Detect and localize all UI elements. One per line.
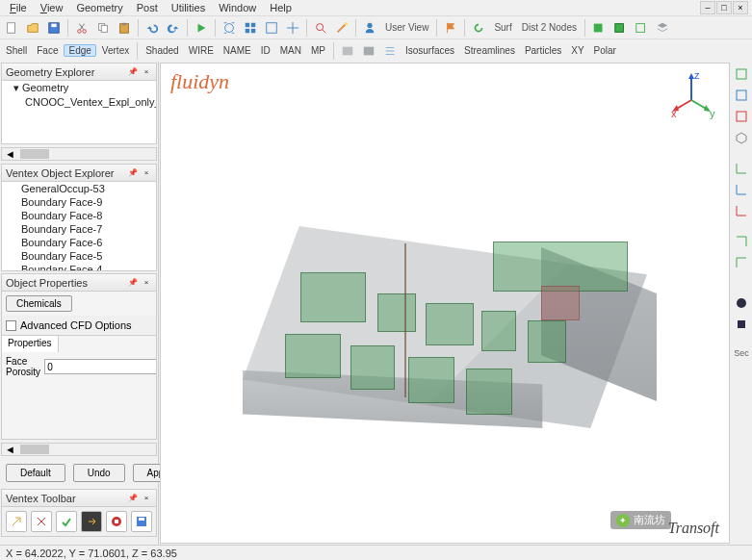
rview-corner1-icon[interactable] bbox=[733, 233, 750, 250]
rview-yz-icon[interactable] bbox=[733, 202, 750, 219]
face-porosity-input[interactable] bbox=[44, 359, 156, 374]
refresh-icon[interactable] bbox=[469, 18, 488, 38]
rview-side-icon[interactable] bbox=[733, 108, 750, 125]
minimize-icon[interactable]: – bbox=[700, 1, 715, 14]
close-panel-icon[interactable]: × bbox=[141, 66, 152, 78]
bounds-icon[interactable] bbox=[262, 18, 281, 38]
pin-icon[interactable]: 📌 bbox=[127, 277, 139, 289]
hscroll[interactable]: ◄ bbox=[1, 443, 157, 456]
list-item[interactable]: Boundary Face-4 bbox=[2, 263, 156, 270]
left-dock: Geometry Explorer 📌× ▾ Geometry CNOOC_Ve… bbox=[0, 62, 159, 545]
vt-cross-icon[interactable] bbox=[31, 511, 52, 532]
pin-icon[interactable]: 📌 bbox=[127, 167, 139, 179]
grid-icon[interactable] bbox=[241, 18, 260, 38]
menu-geometry[interactable]: Geometry bbox=[70, 2, 128, 13]
rview-xy-icon[interactable] bbox=[733, 160, 750, 177]
adv-cfd-checkbox[interactable] bbox=[6, 320, 16, 331]
rview-iso-icon[interactable] bbox=[733, 129, 750, 146]
list-item[interactable]: Boundary Face-7 bbox=[2, 222, 156, 236]
mode-face[interactable]: Face bbox=[33, 45, 62, 56]
mode-edge[interactable]: Edge bbox=[64, 44, 95, 57]
maximize-icon[interactable]: □ bbox=[716, 1, 732, 14]
lines-icon[interactable] bbox=[380, 41, 400, 61]
render-particles[interactable]: Particles bbox=[521, 45, 565, 56]
wand-icon[interactable] bbox=[332, 18, 351, 38]
menu-help[interactable]: Help bbox=[264, 2, 298, 13]
vt-arrow-icon[interactable] bbox=[6, 511, 27, 532]
render-iso[interactable]: Isosurfaces bbox=[402, 45, 458, 56]
list-item[interactable]: Boundary Face-9 bbox=[2, 195, 156, 209]
flag-icon[interactable] bbox=[441, 18, 460, 38]
mode-shell[interactable]: Shell bbox=[2, 45, 31, 56]
style-man[interactable]: MAN bbox=[276, 45, 305, 56]
render-xy[interactable]: XY bbox=[567, 45, 587, 56]
vt-save-icon[interactable] bbox=[131, 511, 152, 532]
mode-vertex[interactable]: Vertex bbox=[98, 45, 133, 56]
style-id[interactable]: ID bbox=[257, 45, 274, 56]
menu-window[interactable]: Window bbox=[213, 2, 262, 13]
shade1-icon[interactable] bbox=[338, 41, 357, 61]
tree-item[interactable]: CNOOC_Ventex_Expl_only_final_280416_v bbox=[2, 95, 156, 109]
close-panel-icon[interactable]: × bbox=[141, 277, 152, 289]
close-panel-icon[interactable]: × bbox=[141, 493, 152, 504]
viewport-3d[interactable]: fluidyn z x y bbox=[160, 63, 730, 544]
layers-icon[interactable] bbox=[653, 18, 672, 38]
vt-right-icon[interactable] bbox=[81, 511, 102, 532]
default-button[interactable]: Default bbox=[6, 464, 65, 482]
fit-icon[interactable] bbox=[220, 18, 239, 38]
rview-xz-icon[interactable] bbox=[733, 181, 750, 198]
box2-icon[interactable] bbox=[610, 18, 630, 38]
rview-front-icon[interactable] bbox=[733, 87, 750, 104]
style-shaded[interactable]: Shaded bbox=[142, 45, 182, 56]
shade2-icon[interactable] bbox=[359, 41, 378, 61]
rview-sphere-icon[interactable] bbox=[733, 294, 750, 312]
surf-label[interactable]: Surf bbox=[490, 22, 515, 33]
list-item[interactable]: GeneralOccup-53 bbox=[2, 182, 156, 195]
menu-file[interactable]: File bbox=[4, 2, 33, 13]
style-mp[interactable]: MP bbox=[307, 45, 329, 56]
close-icon[interactable]: × bbox=[733, 1, 748, 14]
style-name[interactable]: NAME bbox=[220, 45, 255, 56]
geometry-tree[interactable]: ▾ Geometry CNOOC_Ventex_Expl_only_final_… bbox=[2, 81, 156, 143]
vt-check-icon[interactable] bbox=[56, 511, 77, 532]
rview-top-icon[interactable] bbox=[733, 65, 750, 83]
close-panel-icon[interactable]: × bbox=[141, 167, 152, 179]
chemicals-button[interactable]: Chemicals bbox=[6, 295, 72, 312]
menu-view[interactable]: View bbox=[35, 2, 69, 13]
box3-icon[interactable] bbox=[632, 18, 651, 38]
render-stream[interactable]: Streamlines bbox=[460, 45, 519, 56]
window-controls: – □ × bbox=[700, 1, 748, 14]
list-item[interactable]: Boundary Face-6 bbox=[2, 236, 156, 249]
save-icon[interactable] bbox=[44, 18, 64, 38]
user-icon[interactable] bbox=[360, 18, 379, 38]
menu-post[interactable]: Post bbox=[131, 2, 164, 13]
undo-icon[interactable] bbox=[143, 18, 162, 38]
paste-icon[interactable] bbox=[115, 18, 134, 38]
rview-cube-icon[interactable] bbox=[733, 316, 750, 333]
list-item[interactable]: Boundary Face-8 bbox=[2, 209, 156, 222]
list-item[interactable]: Boundary Face-5 bbox=[2, 249, 156, 263]
userview-label[interactable]: User View bbox=[381, 22, 432, 33]
pin-icon[interactable]: 📌 bbox=[127, 66, 139, 78]
ventex-list[interactable]: GeneralOccup-53Boundary Face-9Boundary F… bbox=[2, 182, 156, 270]
open-icon[interactable] bbox=[23, 18, 42, 38]
tree-root[interactable]: ▾ Geometry bbox=[2, 81, 156, 95]
style-wire[interactable]: WIRE bbox=[185, 45, 218, 56]
menu-utilities[interactable]: Utilities bbox=[166, 2, 211, 13]
zoom-icon[interactable] bbox=[311, 18, 330, 38]
dist2-label[interactable]: Dist 2 Nodes bbox=[518, 22, 581, 33]
redo-icon[interactable] bbox=[164, 18, 183, 38]
undo-button[interactable]: Undo bbox=[73, 464, 125, 482]
box1-icon[interactable] bbox=[589, 18, 609, 38]
copy-icon[interactable] bbox=[93, 18, 113, 38]
render-polar[interactable]: Polar bbox=[590, 45, 620, 56]
hscroll[interactable]: ◄ bbox=[1, 147, 157, 161]
new-icon[interactable] bbox=[2, 18, 21, 38]
crosshair-icon[interactable] bbox=[283, 18, 302, 38]
pin-icon[interactable]: 📌 bbox=[127, 493, 139, 504]
rview-corner2-icon[interactable] bbox=[733, 254, 750, 271]
vt-stop-icon[interactable] bbox=[106, 511, 127, 532]
tab-properties[interactable]: Properties bbox=[2, 336, 59, 352]
cut-icon[interactable] bbox=[72, 18, 91, 38]
play-icon[interactable] bbox=[192, 18, 211, 38]
